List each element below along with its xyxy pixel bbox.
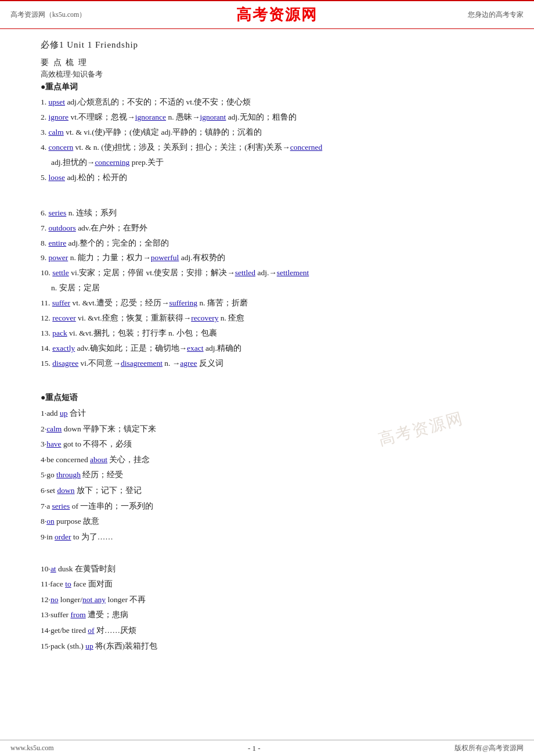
link-no[interactable]: no [50, 595, 59, 604]
word-item-4: 4. concern vt. & n. (使)担忧；涉及；关系到；担心；关注；(… [41, 141, 499, 154]
word-item-13: 13. pack vi. &vt.捆扎；包装；打行李 n. 小包；包裹 [41, 327, 499, 340]
phrase-item-11: 11·face to face 面对面 [41, 577, 499, 591]
word-item-12: 12. recover vi. &vt.痊愈；恢复；重新获得→recovery … [41, 312, 499, 325]
link-ignore[interactable]: ignore [49, 113, 69, 121]
link-powerful[interactable]: powerful [151, 253, 179, 262]
link-outdoors[interactable]: outdoors [49, 224, 76, 232]
word-item-5: 5. loose adj.松的；松开的 [41, 171, 499, 185]
main-content: 必修1 Unit 1 Friendship 要 点 梳 理 高效梳理·知识备考 … [0, 29, 534, 672]
word-item-10: 10. settle vi.安家；定居；停留 vt.使安居；安排；解决→sett… [41, 267, 499, 280]
link-entire[interactable]: entire [49, 239, 67, 247]
section-label: 要 点 梳 理 [41, 57, 499, 68]
link-down[interactable]: down [57, 486, 75, 495]
phrase-item-10: 10·at dusk 在黄昏时刻 [41, 562, 499, 576]
link-to-2[interactable]: to [65, 579, 71, 588]
link-not-any[interactable]: not any [82, 595, 106, 604]
link-from[interactable]: from [71, 610, 86, 619]
phrase-item-6: 6·set down 放下；记下；登记 [41, 484, 499, 498]
word-item-1: 1. upset adj.心烦意乱的；不安的；不适的 vt.使不安；使心烦 [41, 96, 499, 109]
link-recover[interactable]: recover [52, 314, 75, 322]
chapter-title: 必修1 Unit 1 Friendship [41, 39, 499, 51]
link-suffering[interactable]: suffering [169, 298, 198, 307]
link-series-2[interactable]: series [52, 502, 70, 510]
link-settled[interactable]: settled [235, 268, 255, 277]
header-left-text: 高考资源网（ks5u.com） [10, 10, 86, 20]
sub-section-label: 高效梳理·知识备考 [41, 69, 499, 80]
phrase-item-1: 1·add up 合计 [41, 406, 499, 420]
link-series[interactable]: series [49, 208, 67, 217]
link-concerned[interactable]: concerned [290, 143, 322, 152]
phrase-item-15: 15·pack (sth.) up 将(东西)装箱打包 [41, 639, 499, 653]
link-order[interactable]: order [55, 532, 71, 541]
word-item-10b: n. 安居；定居 [51, 282, 499, 295]
header-center-title: 高考资源网 [236, 5, 317, 25]
link-agree[interactable]: agree [180, 359, 197, 368]
link-calm[interactable]: calm [49, 128, 64, 136]
footer-left: www.ks5u.com [10, 744, 54, 753]
word-item-3: 3. calm vt. & vi.(使)平静；(使)镇定 adj.平静的；镇静的… [41, 126, 499, 139]
phrase-item-13: 13·suffer from 遭受；患病 [41, 608, 499, 622]
link-ignorant[interactable]: ignorant [200, 113, 226, 121]
link-up-1[interactable]: up [60, 409, 68, 417]
phrase-item-12: 12·no longer/not any longer 不再 [41, 593, 499, 607]
link-exactly[interactable]: exactly [52, 344, 75, 352]
link-upset[interactable]: upset [49, 98, 66, 106]
link-settlement[interactable]: settlement [277, 268, 309, 277]
link-disagree[interactable]: disagree [52, 359, 78, 368]
page-header: 高考资源网（ks5u.com） 高考资源网 您身边的高考专家 [0, 0, 534, 29]
word-item-11: 11. suffer vt. &vt.遭受；忍受；经历→suffering n.… [41, 297, 499, 310]
word-item-6: 6. series n. 连续；系列 [41, 207, 499, 220]
phrase-item-7: 7·a series of 一连串的；一系列的 [41, 499, 499, 513]
phrase-item-14: 14·get/be tired of 对……厌烦 [41, 624, 499, 638]
phrase-item-3: 3·have got to 不得不，必须 [41, 437, 499, 451]
link-suffer[interactable]: suffer [52, 298, 70, 307]
word-item-9: 9. power n. 能力；力量；权力→powerful adj.有权势的 [41, 251, 499, 265]
footer-right: 版权所有@高考资源网 [454, 743, 524, 753]
word-item-2: 2. ignore vt.不理睬；忽视→ignorance n. 愚昧→igno… [41, 111, 499, 124]
link-settle[interactable]: settle [52, 268, 69, 277]
phrase-list-2: 10·at dusk 在黄昏时刻 11·face to face 面对面 12·… [41, 562, 499, 653]
link-concern[interactable]: concern [49, 143, 74, 152]
phrase-item-4: 4·be concerned about 关心，挂念 [41, 453, 499, 467]
footer-center: - 1 - [248, 744, 261, 753]
link-loose[interactable]: loose [49, 173, 66, 182]
word-list-2: 6. series n. 连续；系列 7. outdoors adv.在户外；在… [41, 207, 499, 370]
phrase-list-1: 1·add up 合计 2·calm down 平静下来；镇定下来 3·have… [41, 406, 499, 544]
link-recovery[interactable]: recovery [191, 314, 218, 322]
phrase-item-8: 8·on purpose 故意 [41, 514, 499, 528]
link-through[interactable]: through [56, 470, 81, 479]
link-about[interactable]: about [90, 455, 107, 464]
link-ignorance[interactable]: ignorance [135, 113, 166, 121]
phrase-item-5: 5·go through 经历；经受 [41, 468, 499, 482]
link-of[interactable]: of [88, 626, 94, 635]
word-item-14: 14. exactly adv.确实如此；正是；确切地→exact adj.精确… [41, 342, 499, 355]
link-disagreement[interactable]: disagreement [121, 359, 163, 368]
link-concerning[interactable]: concerning [95, 158, 129, 167]
phrase-item-2: 2·calm down 平静下来；镇定下来 [41, 422, 499, 436]
link-power[interactable]: power [49, 253, 68, 262]
link-have[interactable]: have [46, 440, 61, 448]
link-up-2[interactable]: up [85, 642, 93, 650]
phrase-item-9: 9·in order to 为了…… [41, 530, 499, 544]
word-item-15: 15. disagree vi.不同意→disagreement n. →agr… [41, 357, 499, 370]
link-on[interactable]: on [46, 517, 55, 525]
link-at[interactable]: at [50, 564, 56, 573]
word-item-8: 8. entire adj.整个的；完全的；全部的 [41, 237, 499, 250]
header-right-text: 您身边的高考专家 [468, 10, 524, 20]
word-list-1: 1. upset adj.心烦意乱的；不安的；不适的 vt.使不安；使心烦 2.… [41, 96, 499, 185]
phrases-header: ●重点短语 [41, 393, 499, 403]
link-pack[interactable]: pack [52, 329, 67, 337]
word-item-7: 7. outdoors adv.在户外；在野外 [41, 222, 499, 235]
link-calm-2[interactable]: calm [46, 424, 62, 433]
vocab-header: ●重点单词 [41, 82, 499, 92]
word-item-4b: adj.担忧的→concerning prep.关于 [51, 156, 499, 170]
page-footer: www.ks5u.com - 1 - 版权所有@高考资源网 [0, 740, 534, 756]
link-exact[interactable]: exact [187, 344, 203, 352]
